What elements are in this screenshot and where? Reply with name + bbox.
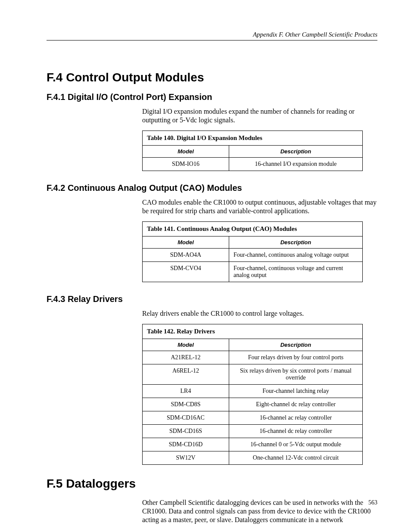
cell-desc: 16-channel dc relay controller <box>229 425 363 438</box>
cell-desc: Four-channel, continuous voltage and cur… <box>229 262 363 282</box>
table-row: SDM-CD16AC 16-channel ac relay controlle… <box>143 411 363 425</box>
table-141-h-model: Model <box>143 236 229 249</box>
cell-desc: Four relays driven by four control ports <box>229 351 363 364</box>
cell-model: A6REL-12 <box>143 364 229 385</box>
table-row: SDM-CVO4 Four-channel, continuous voltag… <box>143 262 363 282</box>
body-f4-3: Relay drivers enable the CR1000 to contr… <box>142 309 377 318</box>
cell-model: SDM-CD16AC <box>143 411 229 425</box>
table-140-h-desc: Description <box>229 146 363 158</box>
cell-model: A21REL-12 <box>143 351 229 364</box>
cell-model: SW12V <box>143 451 229 465</box>
cell-desc: Six relays driven by six control ports /… <box>229 364 363 385</box>
cell-desc: One-channel 12-Vdc control circuit <box>229 451 363 465</box>
heading-f4: F.4 Control Output Modules <box>47 71 377 84</box>
heading-f4-2: F.4.2 Continuous Analog Output (CAO) Mod… <box>47 183 377 193</box>
table-140: Table 140. Digital I/O Expansion Modules… <box>142 131 363 171</box>
cell-model: LR4 <box>143 385 229 398</box>
cell-desc: 16-channel I/O expansion module <box>229 158 363 171</box>
heading-f5: F.5 Dataloggers <box>47 477 377 491</box>
table-row: LR4 Four-channel latching relay <box>143 385 363 398</box>
table-row: SDM-AO4A Four-channel, continuous analog… <box>143 249 363 262</box>
table-142-h-desc: Description <box>229 339 363 351</box>
table-142-h-model: Model <box>143 339 229 351</box>
body-f5: Other Campbell Scientific datalogging de… <box>142 498 377 524</box>
table-142-caption: Table 142. Relay Drivers <box>142 324 363 339</box>
cell-desc: Four-channel, continuous analog voltage … <box>229 249 363 262</box>
table-row: A21REL-12 Four relays driven by four con… <box>143 351 363 364</box>
cell-desc: Four-channel latching relay <box>229 385 363 398</box>
cell-model: SDM-CVO4 <box>143 262 229 282</box>
cell-model: SDM-AO4A <box>143 249 229 262</box>
running-head: Appendix F. Other Campbell Scientific Pr… <box>47 31 377 40</box>
body-f4-2: CAO modules enable the CR1000 to output … <box>142 198 377 215</box>
page-number: 563 <box>368 499 377 506</box>
cell-model: SDM-IO16 <box>143 158 229 171</box>
table-141-h-desc: Description <box>229 236 363 249</box>
heading-f4-1: F.4.1 Digital I/O (Control Port) Expansi… <box>47 92 377 102</box>
cell-model: SDM-CD16D <box>143 438 229 451</box>
heading-f4-3: F.4.3 Relay Drivers <box>47 294 377 304</box>
table-row: SDM-CD16D 16-channel 0 or 5-Vdc output m… <box>143 438 363 451</box>
table-141: Table 141. Continuous Analog Output (CAO… <box>142 221 363 282</box>
table-140-h-model: Model <box>143 146 229 158</box>
table-140-caption: Table 140. Digital I/O Expansion Modules <box>142 131 363 145</box>
table-row: SDM-IO16 16-channel I/O expansion module <box>143 158 363 171</box>
table-142: Table 142. Relay Drivers Model Descripti… <box>142 324 363 465</box>
cell-model: SDM-CD16S <box>143 425 229 438</box>
table-row: SW12V One-channel 12-Vdc control circuit <box>143 451 363 465</box>
table-row: A6REL-12 Six relays driven by six contro… <box>143 364 363 385</box>
table-row: SDM-CD16S 16-channel dc relay controller <box>143 425 363 438</box>
table-141-caption: Table 141. Continuous Analog Output (CAO… <box>142 221 363 236</box>
cell-desc: 16-channel ac relay controller <box>229 411 363 425</box>
cell-desc: Eight-channel dc relay controller <box>229 398 363 411</box>
cell-model: SDM-CD8S <box>143 398 229 411</box>
cell-desc: 16-channel 0 or 5-Vdc output module <box>229 438 363 451</box>
body-f4-1: Digital I/O expansion modules expand the… <box>142 107 377 124</box>
table-row: SDM-CD8S Eight-channel dc relay controll… <box>143 398 363 411</box>
